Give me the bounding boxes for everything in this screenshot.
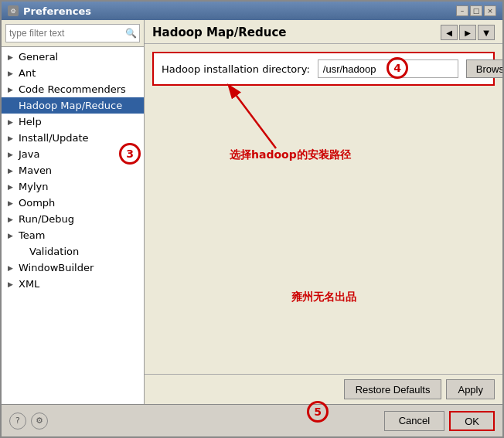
panel-nav: ◀ ▶ ▼ [441, 25, 495, 40]
sidebar-item-label: XML [19, 278, 39, 290]
arrow-icon: ▶ [8, 264, 15, 272]
panel-title: Hadoop Map/Reduce [152, 25, 286, 39]
sidebar-item-label: Team [19, 229, 45, 241]
arrow-icon: ▶ [8, 199, 15, 207]
nav-dropdown-button[interactable]: ▼ [478, 25, 495, 40]
sidebar-item-label: Java [19, 148, 39, 160]
sidebar-item-windowbuilder[interactable]: ▶ WindowBuilder [2, 260, 144, 276]
nav-back-button[interactable]: ◀ [441, 25, 458, 40]
apply-button[interactable]: Apply [446, 379, 495, 399]
sidebar-item-label: Maven [19, 165, 52, 176]
annotation-circle-4: 4 [387, 57, 408, 79]
sidebar-item-label: Code Recommenders [19, 83, 126, 95]
annotation-arrow [214, 79, 307, 156]
sidebar-item-label: Ant [19, 67, 36, 79]
preferences-window: ⚙ Preferences – □ × 🔍 ▶ General [0, 0, 504, 438]
title-bar: ⚙ Preferences – □ × [2, 2, 502, 20]
hadoop-dir-label: Hadoop installation directory: [162, 63, 310, 75]
panel-body: Hadoop installation directory: Browse...… [145, 44, 502, 374]
arrow-icon: ▶ [8, 53, 15, 61]
sidebar-item-validation[interactable]: Validation [2, 243, 144, 260]
right-panel: Hadoop Map/Reduce ◀ ▶ ▼ Hadoop installat… [145, 20, 502, 404]
sidebar-item-label: Mylyn [19, 181, 48, 192]
arrow-icon: ▶ [8, 232, 15, 239]
minimize-button[interactable]: – [456, 5, 468, 16]
settings-icon-button[interactable]: ⚙ [31, 413, 48, 430]
sidebar-item-label: Oomph [19, 197, 55, 209]
sidebar-item-run-debug[interactable]: ▶ Run/Debug [2, 211, 144, 227]
arrow-icon [19, 248, 26, 256]
sidebar-item-maven[interactable]: ▶ Maven [2, 162, 144, 178]
sidebar-item-label: WindowBuilder [19, 262, 94, 273]
filter-icon: 🔍 [125, 28, 137, 39]
ok-button[interactable]: OK [449, 411, 495, 431]
panel-header: Hadoop Map/Reduce ◀ ▶ ▼ [145, 20, 502, 44]
browse-button[interactable]: Browse... [466, 59, 502, 78]
sidebar-item-code-recommenders[interactable]: ▶ Code Recommenders [2, 81, 144, 97]
sidebar-item-label: Install/Update [19, 132, 89, 144]
cancel-button[interactable]: Cancel [384, 411, 444, 431]
arrow-icon: ▶ [8, 86, 15, 93]
svg-line-1 [230, 87, 276, 148]
arrow-icon: ▶ [8, 151, 15, 158]
arrow-icon [8, 102, 15, 110]
sidebar-item-xml[interactable]: ▶ XML [2, 276, 144, 292]
sidebar-item-ant[interactable]: ▶ Ant [2, 65, 144, 81]
bottom-bar: Restore Defaults Apply [145, 374, 502, 404]
help-icon-button[interactable]: ? [9, 413, 26, 430]
footer-left: ? ⚙ [9, 413, 48, 430]
window-icon: ⚙ [8, 5, 19, 16]
sidebar-item-general[interactable]: ▶ General [2, 49, 144, 65]
restore-defaults-button[interactable]: Restore Defaults [344, 379, 442, 399]
annotation-text-2: 雍州无名出品 [145, 290, 502, 304]
sidebar-item-help[interactable]: ▶ Help [2, 114, 144, 130]
arrow-icon: ▶ [8, 134, 15, 142]
arrow-icon: ▶ [8, 167, 15, 175]
filter-input[interactable] [9, 28, 125, 39]
sidebar-item-label: General [19, 51, 58, 63]
footer-right: Cancel OK [384, 411, 495, 431]
sidebar-item-label: Validation [29, 246, 79, 257]
annotation-circle-3: 3 [119, 143, 141, 165]
footer-bar: ? ⚙ Cancel OK [2, 404, 502, 436]
filter-bar: 🔍 [2, 20, 144, 47]
sidebar-item-label: Hadoop Map/Reduce [19, 100, 122, 111]
sidebar: 🔍 ▶ General ▶ Ant ▶ Code Recommenders [2, 20, 145, 404]
arrow-icon: ▶ [8, 280, 15, 288]
arrow-icon: ▶ [8, 183, 15, 191]
hadoop-config-row: Hadoop installation directory: Browse... [152, 52, 495, 86]
sidebar-item-mylyn[interactable]: ▶ Mylyn [2, 178, 144, 195]
filter-input-wrap[interactable]: 🔍 [5, 24, 140, 42]
sidebar-item-install-update[interactable]: ▶ Install/Update [2, 130, 144, 146]
sidebar-item-oomph[interactable]: ▶ Oomph [2, 195, 144, 211]
annotation-text-1: 选择hadoop的安装路径 [230, 148, 351, 162]
maximize-button[interactable]: □ [470, 5, 482, 16]
window-title: Preferences [23, 5, 91, 17]
arrow-icon: ▶ [8, 118, 15, 126]
title-buttons: – □ × [456, 5, 496, 16]
sidebar-item-label: Run/Debug [19, 213, 74, 225]
sidebar-item-team[interactable]: ▶ Team [2, 227, 144, 243]
main-content: 🔍 ▶ General ▶ Ant ▶ Code Recommenders [2, 20, 502, 404]
tree-view: ▶ General ▶ Ant ▶ Code Recommenders Hado… [2, 47, 144, 404]
sidebar-item-label: Help [19, 116, 42, 127]
nav-forward-button[interactable]: ▶ [459, 25, 476, 40]
close-button[interactable]: × [484, 5, 496, 16]
arrow-icon: ▶ [8, 70, 15, 77]
arrow-icon: ▶ [8, 216, 15, 223]
sidebar-item-hadoop[interactable]: Hadoop Map/Reduce [2, 97, 144, 114]
annotation-circle-5: 5 [307, 401, 329, 423]
